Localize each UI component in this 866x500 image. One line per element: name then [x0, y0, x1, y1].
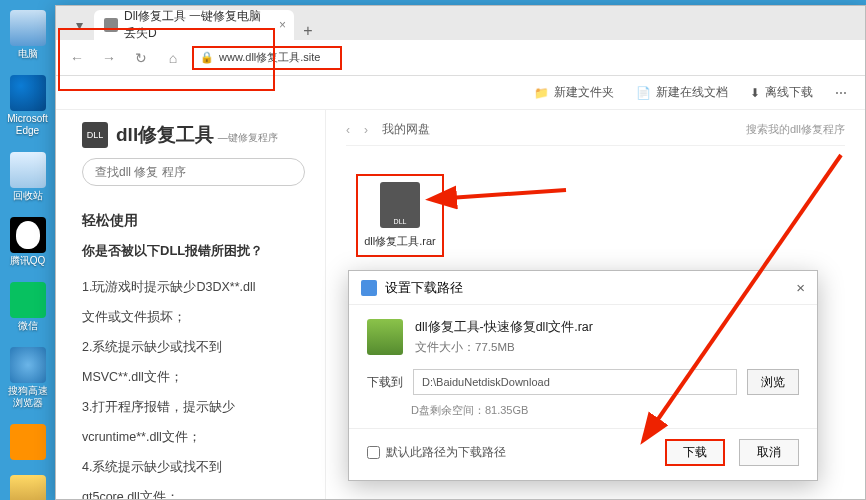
- issue-line: 3.打开程序报错，提示缺少: [82, 392, 305, 422]
- content-area: DLL dll修复工具 —键修复程序 轻松使用 你是否被以下DLL报错所困扰？ …: [56, 110, 865, 499]
- annotation-arrow: [441, 180, 571, 214]
- issue-line: MSVC**.dll文件；: [82, 362, 305, 392]
- refresh-button[interactable]: ↻: [128, 45, 154, 71]
- download-button[interactable]: 下载: [665, 439, 725, 466]
- tab-list-button[interactable]: ▾: [64, 10, 94, 40]
- desktop-icon-app[interactable]: [4, 424, 52, 460]
- default-path-checkbox[interactable]: 默认此路径为下载路径: [367, 444, 506, 461]
- disk-space: D盘剩余空间：81.35GB: [411, 403, 799, 418]
- url-text: www.dll修复工具.site: [219, 50, 320, 65]
- download-filename: dll修复工具-快速修复dll文件.rar: [415, 319, 593, 336]
- issue-line: 2.系统提示缺少或找不到: [82, 332, 305, 362]
- file-name: dll修复工具.rar: [364, 234, 436, 249]
- dialog-app-icon: [361, 280, 377, 296]
- desktop-icon-edge[interactable]: Microsoft Edge: [4, 75, 52, 137]
- download-icon: ⬇: [750, 86, 760, 100]
- lock-icon: 🔒: [200, 51, 214, 64]
- toolbar-newfolder[interactable]: 📁新建文件夹: [534, 84, 614, 101]
- issue-line: 文件或文件损坏；: [82, 302, 305, 332]
- divider: [349, 428, 817, 429]
- search-hint[interactable]: 搜索我的dll修复程序: [746, 122, 845, 137]
- download-file-icon: [367, 319, 403, 355]
- favicon-icon: [104, 18, 118, 32]
- issue-line: 1.玩游戏时提示缺少D3DX**.dll: [82, 272, 305, 302]
- browser-window: ▾ Dll修复工具 一键修复电脑丢失D × + ← → ↻ ⌂ 🔒 www.dl…: [55, 5, 866, 500]
- desktop-icon-wechat[interactable]: 微信: [4, 282, 52, 332]
- desktop-icon-qq[interactable]: 腾讯QQ: [4, 217, 52, 267]
- logo-icon: DLL: [82, 122, 108, 148]
- browse-button[interactable]: 浏览: [747, 369, 799, 395]
- toolbar-newdoc[interactable]: 📄新建在线文档: [636, 84, 728, 101]
- tab-strip: ▾ Dll修复工具 一键修复电脑丢失D × +: [56, 6, 865, 40]
- nav-fwd-icon[interactable]: ›: [364, 123, 368, 137]
- desktop-icon-sogou[interactable]: 搜狗高速浏览器: [4, 347, 52, 409]
- url-field[interactable]: 🔒 www.dll修复工具.site: [192, 46, 342, 70]
- forward-button[interactable]: →: [96, 45, 122, 71]
- issue-line: 4.系统提示缺少或找不到: [82, 452, 305, 482]
- issue-line: vcruntime**.dll文件；: [82, 422, 305, 452]
- svg-line-1: [449, 190, 566, 198]
- browser-tab[interactable]: Dll修复工具 一键修复电脑丢失D ×: [94, 10, 294, 40]
- download-path-input[interactable]: [413, 369, 737, 395]
- cancel-button[interactable]: 取消: [739, 439, 799, 466]
- question-title: 你是否被以下DLL报错所困扰？: [82, 242, 305, 260]
- toolbar-offline[interactable]: ⬇离线下载: [750, 84, 813, 101]
- download-to-label: 下载到: [367, 374, 403, 391]
- main-panel: ‹ › 我的网盘 搜索我的dll修复程序 DLL dll修复工具.rar 设置下…: [326, 110, 865, 499]
- desktop-icon-computer[interactable]: 电脑: [4, 10, 52, 60]
- nav-back-icon[interactable]: ‹: [346, 123, 350, 137]
- new-tab-button[interactable]: +: [294, 22, 322, 40]
- home-button[interactable]: ⌂: [160, 45, 186, 71]
- breadcrumb[interactable]: 我的网盘: [382, 121, 430, 138]
- logo-subtitle: —键修复程序: [218, 132, 278, 143]
- tab-title: Dll修复工具 一键修复电脑丢失D: [124, 8, 266, 42]
- checkbox-input[interactable]: [367, 446, 380, 459]
- search-input[interactable]: [82, 158, 305, 186]
- logo-title: dll修复工具: [116, 124, 214, 145]
- file-item[interactable]: DLL dll修复工具.rar: [356, 174, 444, 257]
- issue-list: 1.玩游戏时提示缺少D3DX**.dll 文件或文件损坏； 2.系统提示缺少或找…: [82, 272, 305, 499]
- sidebar: DLL dll修复工具 —键修复程序 轻松使用 你是否被以下DLL报错所困扰？ …: [56, 110, 326, 499]
- section-easy: 轻松使用: [82, 212, 305, 230]
- rar-file-icon: DLL: [380, 182, 420, 228]
- desktop-icon-box[interactable]: 微雷电本: [4, 475, 52, 500]
- address-bar: ← → ↻ ⌂ 🔒 www.dll修复工具.site: [56, 40, 865, 76]
- dialog-title-text: 设置下载路径: [385, 279, 463, 297]
- page-toolbar: 📁新建文件夹 📄新建在线文档 ⬇离线下载 ⋯: [56, 76, 865, 110]
- download-filesize: 文件大小：77.5MB: [415, 340, 593, 355]
- dialog-titlebar: 设置下载路径 ×: [349, 271, 817, 305]
- folder-plus-icon: 📁: [534, 86, 549, 100]
- path-bar: ‹ › 我的网盘 搜索我的dll修复程序: [346, 120, 845, 146]
- close-dialog-button[interactable]: ×: [796, 279, 805, 296]
- doc-plus-icon: 📄: [636, 86, 651, 100]
- toolbar-more[interactable]: ⋯: [835, 86, 847, 100]
- logo: DLL dll修复工具 —键修复程序: [82, 122, 305, 148]
- issue-line: qt5core.dll文件；: [82, 482, 305, 499]
- desktop-icon-recycle[interactable]: 回收站: [4, 152, 52, 202]
- desktop-icons: 电脑 Microsoft Edge 回收站 腾讯QQ 微信 搜狗高速浏览器 微雷…: [0, 5, 55, 500]
- back-button[interactable]: ←: [64, 45, 90, 71]
- download-dialog: 设置下载路径 × dll修复工具-快速修复dll文件.rar 文件大小：77.5…: [348, 270, 818, 481]
- close-tab-icon[interactable]: ×: [279, 18, 286, 32]
